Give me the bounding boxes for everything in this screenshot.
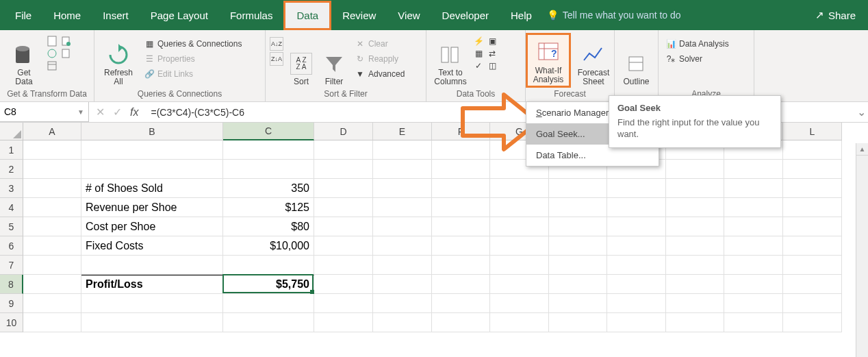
cell[interactable] <box>666 236 724 256</box>
row-header[interactable]: 10 <box>0 313 23 332</box>
cell[interactable] <box>724 313 783 332</box>
tab-home[interactable]: Home <box>42 3 92 28</box>
cell[interactable]: $80 <box>223 217 314 236</box>
cells-area[interactable]: # of Shoes Sold350Revenue per Shoe$125Co… <box>23 140 856 339</box>
cell[interactable] <box>23 275 81 294</box>
row-header[interactable]: 6 <box>0 236 23 256</box>
cell[interactable] <box>666 198 724 217</box>
cell[interactable] <box>666 294 724 313</box>
cell[interactable] <box>373 160 432 179</box>
cell[interactable] <box>314 236 373 256</box>
advanced-button[interactable]: ▼Advanced <box>352 67 407 81</box>
cell[interactable] <box>81 160 223 179</box>
cell[interactable] <box>549 198 607 217</box>
column-header[interactable]: C <box>223 123 314 140</box>
relationships-icon[interactable]: ⇄ <box>487 48 498 59</box>
cell[interactable] <box>314 160 373 179</box>
cell[interactable] <box>607 256 666 275</box>
cell[interactable] <box>23 256 81 275</box>
select-all-corner[interactable] <box>0 123 23 140</box>
cell[interactable] <box>607 275 666 294</box>
tab-insert[interactable]: Insert <box>92 3 140 28</box>
cell[interactable] <box>314 256 373 275</box>
existing-conn-icon[interactable] <box>60 48 71 59</box>
cell[interactable] <box>783 198 842 217</box>
cell[interactable] <box>549 294 607 313</box>
cell[interactable] <box>432 179 490 198</box>
tell-me-search[interactable]: 💡 Tell me what you want to do <box>547 10 681 21</box>
tab-formulas[interactable]: Formulas <box>219 3 284 28</box>
cell[interactable] <box>81 294 223 313</box>
tab-page-layout[interactable]: Page Layout <box>140 3 219 28</box>
cell[interactable] <box>666 160 724 179</box>
cell[interactable] <box>724 275 783 294</box>
share-button[interactable]: ↗ Share <box>815 9 856 21</box>
from-text-icon[interactable] <box>47 36 58 47</box>
reapply-button[interactable]: ↻Reapply <box>352 52 407 66</box>
row-header[interactable]: 9 <box>0 294 23 313</box>
cell[interactable] <box>783 217 842 236</box>
cell[interactable] <box>373 179 432 198</box>
cell[interactable] <box>490 236 549 256</box>
cell[interactable] <box>783 313 842 332</box>
cell[interactable] <box>23 179 81 198</box>
cell[interactable] <box>666 256 724 275</box>
cell[interactable] <box>23 160 81 179</box>
row-header[interactable]: 2 <box>0 160 23 179</box>
sort-desc-icon[interactable]: Z↓A <box>270 52 283 66</box>
cell[interactable] <box>607 313 666 332</box>
cell[interactable] <box>223 294 314 313</box>
vertical-scrollbar[interactable]: ▲ <box>856 143 868 357</box>
cell[interactable] <box>490 198 549 217</box>
cell[interactable] <box>432 275 490 294</box>
cell[interactable] <box>724 198 783 217</box>
data-validation-icon[interactable]: ✓ <box>473 60 484 71</box>
outline-button[interactable]: Outline <box>619 33 654 88</box>
cell[interactable] <box>314 179 373 198</box>
data-model-icon[interactable]: ◫ <box>487 60 498 71</box>
cell[interactable] <box>314 198 373 217</box>
get-data-button[interactable]: Get Data <box>4 33 44 88</box>
cell[interactable] <box>783 179 842 198</box>
cell[interactable] <box>314 294 373 313</box>
filter-button[interactable]: Filter <box>319 33 349 88</box>
cell[interactable] <box>223 160 314 179</box>
solver-button[interactable]: ?⁎Solver <box>663 52 732 66</box>
cell[interactable] <box>373 313 432 332</box>
cell[interactable] <box>783 294 842 313</box>
row-header[interactable]: 7 <box>0 256 23 275</box>
tab-view[interactable]: View <box>387 3 431 28</box>
cell[interactable] <box>490 179 549 198</box>
cell[interactable] <box>223 256 314 275</box>
column-header[interactable]: D <box>314 123 373 140</box>
cell[interactable] <box>783 160 842 179</box>
cell[interactable] <box>666 179 724 198</box>
flash-fill-icon[interactable]: ⚡ <box>473 36 484 47</box>
column-header[interactable]: E <box>373 123 432 140</box>
column-header[interactable]: L <box>783 123 842 140</box>
cell[interactable] <box>607 236 666 256</box>
column-header[interactable]: B <box>81 123 223 140</box>
cell[interactable] <box>373 140 432 160</box>
cell[interactable] <box>549 236 607 256</box>
cell[interactable] <box>314 217 373 236</box>
cell[interactable] <box>549 179 607 198</box>
cell[interactable] <box>223 140 314 160</box>
recent-sources-icon[interactable] <box>60 36 71 47</box>
data-analysis-button[interactable]: 📊Data Analysis <box>663 37 732 51</box>
forecast-sheet-button[interactable]: Forecast Sheet <box>574 33 613 88</box>
fx-icon[interactable]: fx <box>130 106 138 119</box>
row-header[interactable]: 4 <box>0 198 23 217</box>
cell[interactable] <box>549 275 607 294</box>
cell[interactable] <box>373 198 432 217</box>
cell[interactable] <box>373 236 432 256</box>
cell[interactable]: 350 <box>223 179 314 198</box>
cell[interactable] <box>783 256 842 275</box>
sort-asc-icon[interactable]: A↓Z <box>270 37 283 51</box>
cell[interactable] <box>432 313 490 332</box>
cell[interactable] <box>23 313 81 332</box>
name-box[interactable]: C8 ▼ <box>0 102 89 122</box>
cell[interactable] <box>724 256 783 275</box>
cell[interactable]: Revenue per Shoe <box>81 198 223 217</box>
cell[interactable] <box>432 256 490 275</box>
